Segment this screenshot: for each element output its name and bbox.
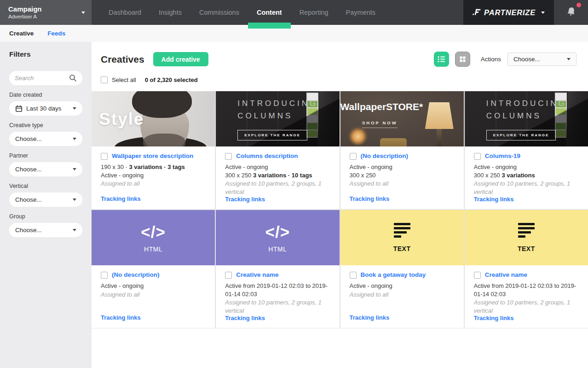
actions-dropdown[interactable]: Choose... [507,53,576,66]
creative-title-link[interactable]: (No description) [361,152,409,160]
creative-title-link[interactable]: Creative name [236,271,278,279]
creative-card: TEXT Book a getaway today Active - ongoi… [340,210,464,328]
campaign-text: Campaign Advertiser A [8,5,42,20]
group-value: Choose... [15,227,42,234]
group-select[interactable]: Choose... [9,223,82,237]
chevron-down-icon [73,229,76,231]
creative-card: INTRODUCINGCOLUMNS EXPLORE THE RANGE Col… [216,91,339,209]
subnav-tab-creative[interactable]: Creative [9,30,34,37]
tracking-links-link[interactable]: Tracking links [474,315,579,321]
bulb-shape [348,125,368,146]
creative-meta-line: 190 x 30 · 3 variations · 3 tags [101,163,206,171]
creative-checkbox[interactable] [101,272,108,279]
creative-title-link[interactable]: Book a getaway today [361,271,426,279]
grid-view-icon [459,56,466,63]
tracking-links-link[interactable]: Tracking links [101,195,206,202]
main-panel: Creatives Add creative Actions Choose... [92,42,588,368]
creative-preview-image[interactable]: WallpaperSTORE* SHOP NOW [340,91,464,146]
creative-meta-line: Active - ongoing [101,171,206,180]
creative-title-link[interactable]: Creative name [485,271,527,279]
grid-view-button[interactable] [455,52,470,67]
tracking-links-link[interactable]: Tracking links [350,195,455,202]
nav-item-dashboard[interactable]: Dashboard [100,0,150,25]
creative-card: INTRODUCINGCOLUMNS EXPLORE THE RANGE Col… [465,91,588,209]
nav-item-content[interactable]: Content [248,0,291,25]
creative-type-select[interactable]: Choose... [9,132,82,146]
meta-text: Active from 2019-01-12 02:03 to 2019-01-… [474,282,576,298]
meta-text: 300 x 250 [225,172,253,179]
add-creative-button[interactable]: Add creative [153,52,208,66]
creative-title-link[interactable]: (No description) [112,271,160,279]
notification-badge [576,3,581,7]
creative-checkbox[interactable] [474,272,481,279]
partner-value: Choose... [15,166,42,173]
filter-label-partner: Partner [9,152,82,159]
tracking-links-link[interactable]: Tracking links [225,196,330,203]
preview-type-label: HTML [144,245,162,253]
notifications-button[interactable] [554,0,588,25]
creative-preview-image[interactable]: INTRODUCINGCOLUMNS EXPLORE THE RANGE [465,91,588,146]
nav-item-commissions[interactable]: Commissions [190,0,248,25]
creative-checkbox[interactable] [225,272,232,279]
creative-checkbox[interactable] [101,153,108,160]
tracking-links-link[interactable]: Tracking links [101,314,206,321]
creative-preview-html[interactable]: </> HTML [92,210,215,265]
tracking-links-link[interactable]: Tracking links [225,315,330,321]
creatives-grid: Style Wallpaper store description 190 x … [92,91,588,328]
creative-checkbox[interactable] [350,153,357,160]
tracking-links-link[interactable]: Tracking links [474,196,579,203]
subnav-tab-feeds[interactable]: Feeds [47,30,65,37]
creative-preview-text[interactable]: TEXT [340,210,464,265]
preview-cta-button: EXPLORE THE RANGE [486,130,556,140]
nav-item-reporting[interactable]: Reporting [291,0,337,25]
meta-text-bold: 3 variations · 3 tags [129,164,184,170]
creative-preview-text[interactable]: TEXT [465,210,588,265]
creative-preview-image[interactable]: INTRODUCINGCOLUMNS EXPLORE THE RANGE [216,91,339,146]
calendar-icon [15,105,23,112]
preview-cta-button: EXPLORE THE RANGE [237,130,307,140]
actions-label: Actions [481,56,501,63]
creative-meta-line: Active - ongoing [101,282,206,290]
campaign-selector[interactable]: Campaign Advertiser A [0,0,92,25]
active-tab-indicator [248,23,291,29]
creative-meta-line: Active - ongoing [350,163,455,171]
creative-preview-html[interactable]: </> HTML [216,210,339,265]
preview-type-label: TEXT [393,245,411,252]
meta-text: Active - ongoing [225,164,268,170]
meta-text: 300 x 250 [350,172,376,179]
creative-title-link[interactable]: Columns-19 [485,152,520,160]
creative-meta-line: 300 x 250 3 variations · 10 tags [225,171,330,180]
creative-card-body: (No description) Active - ongoing Assign… [92,265,215,328]
creative-preview-image[interactable]: Style [92,91,215,146]
select-all-checkbox[interactable] [101,76,108,83]
tracking-links-link[interactable]: Tracking links [350,314,455,321]
page-title: Creatives [101,54,144,65]
search-input[interactable] [15,75,69,82]
creative-meta-line: Active - ongoing [474,163,579,171]
creative-title-link[interactable]: Columns description [236,152,298,160]
creative-checkbox[interactable] [474,153,481,160]
creative-title-link[interactable]: Wallpaper store description [112,152,193,160]
filters-title: Filters [9,50,82,58]
nav-item-content-label: Content [257,9,282,16]
date-created-select[interactable]: Last 30 days [9,101,82,116]
vertical-select[interactable]: Choose... [9,193,82,207]
partnerize-logo-mark-icon [473,8,481,17]
view-toggles [434,52,470,67]
creative-card: </> HTML Creative name Active from 2019-… [216,210,339,328]
partner-select[interactable]: Choose... [9,162,82,176]
list-view-button[interactable] [434,52,449,67]
creative-card-body: (No description) Active - ongoing 300 x … [340,146,464,209]
filters-sidebar: Filters Date created Last 30 days Creati… [0,42,92,368]
portrait-shape [143,134,185,146]
meta-text: Active - ongoing [101,282,144,289]
creative-card-body: Wallpaper store description 190 x 30 · 3… [92,146,215,209]
meta-text: Active - ongoing [101,172,144,179]
nav-item-payments[interactable]: Payments [337,0,384,25]
search-icon[interactable] [69,74,77,82]
nav-item-insights[interactable]: Insights [150,0,190,25]
brand-menu[interactable]: PARTNERIZE [463,0,554,25]
creative-checkbox[interactable] [350,272,357,279]
preview-headline: WallpaperSTORE* [340,101,420,112]
creative-checkbox[interactable] [225,153,232,160]
